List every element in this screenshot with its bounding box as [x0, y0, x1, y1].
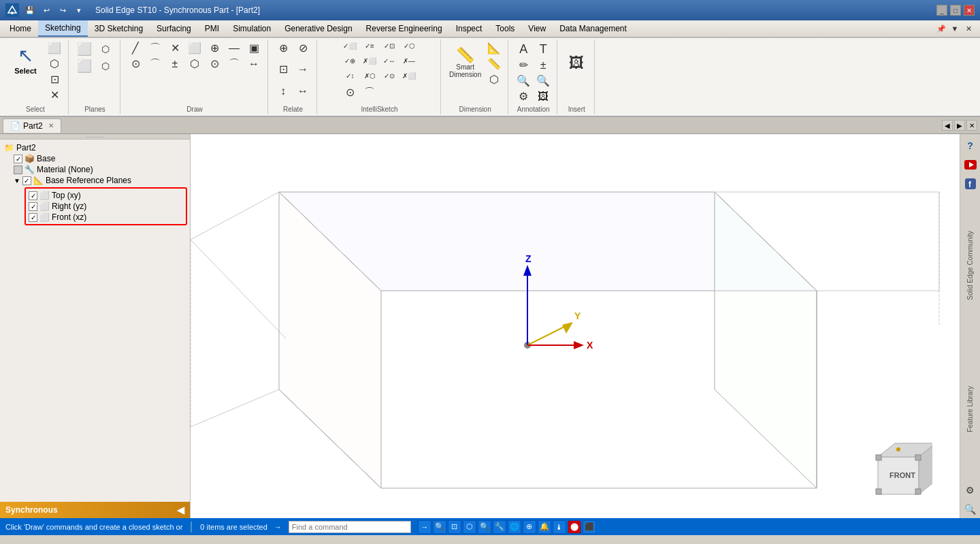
is-btn-2[interactable]: ✓≡: [360, 41, 379, 51]
tree-item-base[interactable]: ✓ 📦 Base: [3, 153, 187, 164]
is-btn-7[interactable]: ✓↔: [380, 56, 399, 66]
annot-t-btn[interactable]: T: [534, 41, 553, 57]
find-command-input[interactable]: [289, 521, 411, 533]
sidebar-settings-btn[interactable]: ⚙: [962, 481, 979, 499]
solid-edge-community-label[interactable]: Solid Edge Community: [965, 228, 975, 303]
dim-btn-2[interactable]: 📏: [485, 57, 504, 71]
menu-home[interactable]: Home: [3, 20, 38, 37]
draw-pt-btn[interactable]: ⊕: [205, 41, 224, 56]
plane-btn-1[interactable]: ⬜: [74, 41, 95, 57]
is-btn-9[interactable]: ✓↕: [340, 71, 359, 81]
feature-library-label[interactable]: Feature Library: [965, 383, 975, 435]
relate-btn-1[interactable]: ⊕: [274, 41, 293, 56]
relate-btn-2[interactable]: ⊘: [293, 41, 312, 56]
is-btn-5[interactable]: ✓⊕: [340, 56, 359, 66]
menu-reverse-engineering[interactable]: Reverse Engineering: [359, 20, 449, 37]
annot-text-btn[interactable]: A: [514, 41, 533, 57]
status-icon-5[interactable]: 🔍: [478, 520, 491, 534]
draw-horiz-btn[interactable]: —: [225, 41, 244, 56]
tree-base-checkbox[interactable]: ✓: [14, 155, 22, 163]
menu-tools[interactable]: Tools: [489, 20, 521, 37]
draw-curve-btn[interactable]: ⌒: [146, 57, 165, 71]
annot-zoom-btn[interactable]: 🔍: [534, 74, 553, 89]
plane-btn-3[interactable]: ⬜: [74, 58, 95, 74]
annot-search-btn[interactable]: 🔍: [514, 74, 533, 89]
select-button[interactable]: ↖ Select: [7, 41, 44, 78]
select-sub-btn-2[interactable]: ⬡: [45, 57, 64, 71]
annot-image-btn[interactable]: 🖼: [534, 89, 553, 104]
menu-generative-design[interactable]: Generative Design: [278, 20, 359, 37]
is-btn-13[interactable]: ⊙: [340, 85, 359, 100]
help-btn[interactable]: ?: [962, 137, 979, 155]
relate-btn-5[interactable]: ↕: [274, 84, 293, 99]
save-quick-btn[interactable]: 💾: [23, 3, 37, 17]
status-icon-11[interactable]: ⬤: [568, 520, 581, 534]
dim-btn-1[interactable]: 📐: [485, 41, 504, 56]
status-icon-12[interactable]: ⬛: [583, 520, 596, 534]
facebook-btn[interactable]: f: [962, 175, 979, 193]
is-btn-8[interactable]: ✗—: [399, 56, 419, 66]
nav-next[interactable]: ▶: [954, 120, 965, 131]
tree-baseref-checkbox[interactable]: ✓: [22, 176, 31, 185]
status-icon-10[interactable]: 🌡: [553, 520, 566, 534]
insert-image-btn[interactable]: 🖼: [563, 41, 590, 85]
is-btn-3[interactable]: ✓⊡: [380, 41, 399, 51]
status-icon-7[interactable]: 🌐: [508, 520, 521, 534]
draw-wave-btn[interactable]: ⌒: [225, 57, 244, 71]
menu-pmi[interactable]: PMI: [198, 20, 226, 37]
tree-item-top[interactable]: ✓ ⬜ Top (xy): [27, 190, 184, 201]
is-btn-4[interactable]: ✓⬡: [399, 41, 419, 51]
status-icon-6[interactable]: 🔧: [493, 520, 506, 534]
annot-plus-btn[interactable]: ±: [534, 58, 553, 73]
status-icon-8[interactable]: ⊕: [523, 520, 536, 534]
tree-material-checkbox[interactable]: [14, 165, 22, 174]
draw-arc-btn[interactable]: ⌒: [146, 41, 165, 56]
tree-root[interactable]: 📁 Part2: [3, 142, 187, 153]
menu-surfacing[interactable]: Surfacing: [150, 20, 198, 37]
tree-right-checkbox[interactable]: ✓: [29, 202, 37, 211]
draw-hex-btn[interactable]: ⬡: [185, 57, 204, 71]
status-icon-1[interactable]: →: [418, 520, 431, 534]
doc-tab-part2[interactable]: 📄 Part2 ✕: [3, 118, 61, 133]
expand-btn[interactable]: ▼: [949, 22, 961, 35]
tree-front-checkbox[interactable]: ✓: [29, 213, 37, 222]
sidebar-search-btn[interactable]: 🔍: [962, 500, 979, 518]
nav-prev[interactable]: ◀: [942, 120, 953, 131]
plane-btn-4[interactable]: ⬡: [95, 58, 116, 74]
doc-tab-close-all[interactable]: ✕: [966, 120, 977, 131]
tree-item-base-ref-planes[interactable]: ▼ ✓ 📐 Base Reference Planes: [3, 175, 187, 186]
relate-btn-4[interactable]: →: [293, 62, 312, 77]
tree-top-checkbox[interactable]: ✓: [29, 191, 37, 200]
viewport-3d[interactable]: Z Y X FRONT: [191, 134, 960, 518]
status-icon-9[interactable]: 🔔: [538, 520, 551, 534]
redo-quick-btn[interactable]: ↪: [56, 3, 69, 17]
undo-quick-btn[interactable]: ↩: [39, 3, 53, 17]
status-icon-2[interactable]: 🔍: [433, 520, 446, 534]
annot-pencil-btn[interactable]: ✏: [514, 58, 533, 73]
draw-circle2-btn[interactable]: ⊙: [205, 57, 224, 71]
draw-line-btn[interactable]: ╱: [126, 41, 145, 56]
select-sub-btn-3[interactable]: ⊡: [45, 72, 64, 87]
pin-btn[interactable]: 📌: [935, 22, 947, 35]
maximize-btn[interactable]: □: [950, 5, 961, 16]
menu-inspect[interactable]: Inspect: [449, 20, 489, 37]
draw-circle-btn[interactable]: ⊙: [126, 57, 145, 71]
plane-btn-2[interactable]: ⬡: [95, 41, 116, 57]
menu-simulation[interactable]: Simulation: [226, 20, 278, 37]
menu-sketching[interactable]: Sketching: [38, 20, 88, 37]
menu-data-management[interactable]: Data Management: [553, 20, 634, 37]
status-icon-3[interactable]: ⊡: [448, 520, 461, 534]
relate-btn-3[interactable]: ⊡: [274, 62, 293, 77]
draw-plus-btn[interactable]: ±: [165, 57, 184, 71]
relate-btn-6[interactable]: ↔: [293, 84, 312, 99]
minimize-btn[interactable]: _: [936, 5, 947, 16]
is-btn-1[interactable]: ✓⬜: [340, 41, 359, 51]
annot-settings-btn[interactable]: ⚙: [514, 89, 533, 104]
is-btn-11[interactable]: ✓⊙: [380, 71, 399, 81]
is-btn-6[interactable]: ✗⬜: [360, 56, 379, 66]
close-btn[interactable]: ✕: [964, 5, 975, 16]
select-sub-btn-1[interactable]: ⬜: [45, 41, 64, 56]
draw-x-btn[interactable]: ✕: [165, 41, 184, 56]
tree-item-right[interactable]: ✓ ⬜ Right (yz): [27, 201, 184, 212]
is-btn-10[interactable]: ✗⬡: [360, 71, 379, 81]
